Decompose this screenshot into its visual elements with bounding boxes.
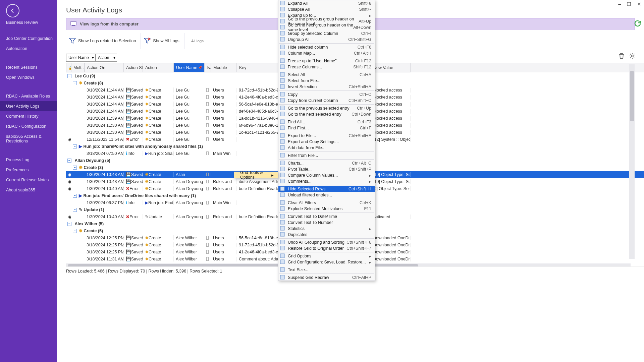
- show-logs-selection-button[interactable]: Show Logs related to Selection: [66, 33, 141, 49]
- menu-item[interactable]: Collapse AllShift+-: [278, 6, 375, 12]
- menu-item[interactable]: Explode Selected MultivaluesF11: [278, 206, 375, 212]
- action-cell: ✸ Create: [143, 109, 174, 114]
- collapse-icon[interactable]: −: [67, 222, 71, 226]
- menu-item[interactable]: Charts...Ctrl+Alt+C: [278, 160, 375, 166]
- collapse-icon[interactable]: −: [73, 194, 77, 198]
- context-menu[interactable]: Expand AllShift+8Collapse AllShift+-Expa…: [278, 0, 375, 281]
- date-cell: 3/18/2024 11:44 AM: [85, 88, 124, 93]
- close-button[interactable]: ✕: [637, 1, 641, 7]
- date-cell: 12/11/2023 11:54 AM: [85, 137, 124, 142]
- menu-item[interactable]: Freeze Columns...Shift+F12: [278, 64, 375, 70]
- menu-item[interactable]: Pivot Table...Ctrl+Shift+P: [278, 166, 375, 172]
- svg-rect-33: [280, 200, 284, 204]
- sidebar-item[interactable]: Process Log: [0, 155, 57, 165]
- menu-item[interactable]: Duplicates: [278, 232, 375, 238]
- menu-item[interactable]: Clear All FiltersCtrl+K: [278, 200, 375, 206]
- maximize-button[interactable]: ❐: [627, 1, 631, 7]
- column-header[interactable]: Mult...: [71, 63, 85, 72]
- menu-item[interactable]: Go to the previous selected entryCtrl+Up: [278, 105, 375, 111]
- column-header[interactable]: Is...: [204, 63, 211, 72]
- menu-item[interactable]: Ungroup AllCtrl+Shift+G: [278, 37, 375, 43]
- menu-item[interactable]: Column Map...Ctrl+Alt+I: [278, 50, 375, 56]
- menu-item[interactable]: Select from File...: [278, 78, 375, 84]
- menu-item[interactable]: Filter from File...: [278, 153, 375, 159]
- menu-item[interactable]: Copy from Current ColumnCtrl+Shift+C: [278, 98, 375, 104]
- action-cell: ✸ Create: [143, 95, 174, 100]
- submenu-grid-tools[interactable]: Grid Tools & Options ▸: [234, 172, 278, 178]
- collapse-icon[interactable]: −: [73, 81, 77, 85]
- menu-item[interactable]: Group by Selected ColumnCtrl+I: [278, 31, 375, 37]
- groupby-username-select[interactable]: User Name ▾: [66, 54, 96, 62]
- menu-item[interactable]: Hide Selected RowsCtrl+Shift+H: [278, 186, 375, 192]
- sidebar-item[interactable]: Preferences: [0, 165, 57, 175]
- menu-icon: [280, 78, 285, 83]
- menu-item[interactable]: Export and Copy Settings...: [278, 139, 375, 145]
- menu-item[interactable]: Go to the next group header on the same …: [278, 24, 375, 31]
- menu-item[interactable]: Unload filtered entries...: [278, 192, 375, 198]
- groupby-action-select[interactable]: Action ▾: [96, 54, 117, 62]
- menu-item[interactable]: Expand AllShift+8: [278, 0, 375, 6]
- menu-item[interactable]: Freeze up to "User Name"Ctrl+F12: [278, 58, 375, 64]
- menu-item[interactable]: Text Size...: [278, 267, 375, 273]
- column-header[interactable]: Action: [143, 63, 174, 72]
- menu-item[interactable]: Select AllCtrl+A: [278, 72, 375, 78]
- sidebar-item[interactable]: User Activity Logs: [0, 101, 57, 111]
- column-header[interactable]: User Name📌: [174, 63, 204, 72]
- menu-item[interactable]: Grid Options▸: [278, 253, 375, 259]
- sidebar-item[interactable]: Open Windows: [0, 72, 57, 82]
- gear-icon[interactable]: [629, 52, 636, 60]
- vertical-scrollbar[interactable]: [629, 64, 635, 259]
- menu-item[interactable]: Convert Text To Date/Time: [278, 214, 375, 220]
- refresh-button[interactable]: [634, 19, 642, 29]
- menu-item[interactable]: Find First...Ctrl+F: [278, 125, 375, 131]
- menu-item[interactable]: Restore Grid to Original OrderCtrl+Shift…: [278, 245, 375, 251]
- collapse-icon[interactable]: −: [73, 208, 77, 212]
- menu-item[interactable]: Statistics▸: [278, 226, 375, 232]
- menu-item[interactable]: Suspend Grid RedrawCtrl+Alt+P: [278, 275, 375, 281]
- column-header[interactable]: Module: [211, 63, 237, 72]
- sidebar-item[interactable]: Recent Sessions: [0, 62, 57, 72]
- collapse-icon[interactable]: −: [73, 229, 77, 233]
- sidebar-item[interactable]: Automation: [0, 44, 57, 54]
- svg-rect-23: [280, 133, 284, 137]
- user-cell: Alex Wilber: [174, 250, 204, 254]
- radio-icon: ◉: [68, 137, 71, 142]
- collapse-icon[interactable]: −: [73, 166, 77, 170]
- sidebar-item[interactable]: Comment History: [0, 111, 57, 121]
- status-cell: 💾Saved: [124, 249, 143, 254]
- menu-item[interactable]: Hide selected columnCtrl+F6: [278, 44, 375, 50]
- menu-item[interactable]: Export to File...Ctrl+Shift+E: [278, 133, 375, 139]
- column-header[interactable]: New Value: [371, 63, 411, 72]
- menu-item[interactable]: Invert SelectionCtrl+Shift+A: [278, 84, 375, 90]
- sidebar-item[interactable]: RBAC - Configuration: [0, 121, 57, 131]
- sidebar-item[interactable]: About sapio365: [0, 185, 57, 195]
- menu-item[interactable]: Go to the next selected entryCtrl+Down: [278, 111, 375, 117]
- menu-item[interactable]: Undo All Grouping and SortingCtrl+Shift+…: [278, 239, 375, 245]
- menu-item[interactable]: Compare Column Values...▸: [278, 172, 375, 178]
- sidebar-item[interactable]: Current Release Notes: [0, 175, 57, 185]
- user-cell: Lee Gu: [174, 95, 204, 100]
- show-all-logs-button[interactable]: Show All Logs: [141, 33, 184, 49]
- menu-item[interactable]: Find All...Ctrl+F3: [278, 119, 375, 125]
- menu-icon: [280, 259, 285, 265]
- menu-item-grid-tools[interactable]: Grid Tools & Options ▸: [234, 172, 278, 178]
- sidebar-item[interactable]: Job Center Configuration: [0, 34, 57, 44]
- sidebar-item[interactable]: sapio365 Access & Restrictions: [0, 131, 57, 146]
- module-cell: Users: [211, 257, 237, 261]
- collapse-icon[interactable]: −: [67, 74, 71, 78]
- trash-icon[interactable]: [618, 52, 625, 60]
- menu-item[interactable]: Add data from File...: [278, 145, 375, 151]
- module-cell: Roles and: [211, 179, 237, 184]
- menu-item[interactable]: Grid Configuration: Save, Load, Restore.…: [278, 259, 375, 265]
- collapse-icon[interactable]: −: [67, 159, 71, 163]
- sidebar-item[interactable]: RBAC - Available Roles: [0, 91, 57, 101]
- column-header[interactable]: Action On: [85, 63, 124, 72]
- back-button[interactable]: [6, 4, 19, 17]
- collapse-icon[interactable]: −: [73, 144, 77, 148]
- lock-icon: 🔒: [66, 63, 71, 72]
- menu-item[interactable]: Comments...▸: [278, 178, 375, 184]
- column-header[interactable]: Action St...: [124, 63, 143, 72]
- menu-item[interactable]: CopyCtrl+C: [278, 92, 375, 98]
- menu-item[interactable]: Convert Text To Number: [278, 220, 375, 226]
- minimize-button[interactable]: –: [618, 1, 621, 7]
